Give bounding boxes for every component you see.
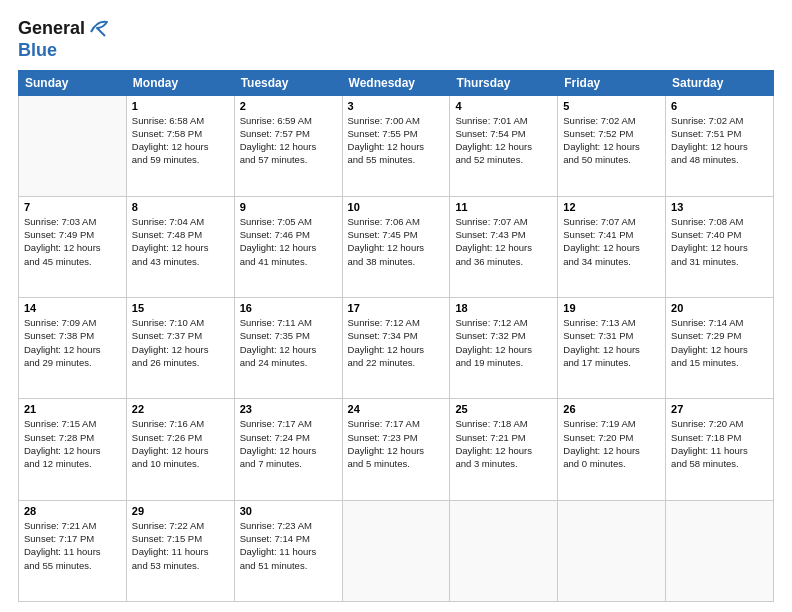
calendar-cell: 28Sunrise: 7:21 AMSunset: 7:17 PMDayligh… — [19, 500, 127, 601]
day-header-tuesday: Tuesday — [234, 70, 342, 95]
day-number: 12 — [563, 201, 660, 213]
logo-bird-icon — [87, 18, 109, 40]
day-number: 14 — [24, 302, 121, 314]
calendar-cell: 19Sunrise: 7:13 AMSunset: 7:31 PMDayligh… — [558, 298, 666, 399]
calendar-week-5: 28Sunrise: 7:21 AMSunset: 7:17 PMDayligh… — [19, 500, 774, 601]
day-number: 28 — [24, 505, 121, 517]
day-number: 30 — [240, 505, 337, 517]
day-info: Sunrise: 7:23 AMSunset: 7:14 PMDaylight:… — [240, 519, 337, 572]
day-info: Sunrise: 7:07 AMSunset: 7:43 PMDaylight:… — [455, 215, 552, 268]
calendar-cell: 13Sunrise: 7:08 AMSunset: 7:40 PMDayligh… — [666, 196, 774, 297]
calendar-body: 1Sunrise: 6:58 AMSunset: 7:58 PMDaylight… — [19, 95, 774, 601]
calendar-cell: 16Sunrise: 7:11 AMSunset: 7:35 PMDayligh… — [234, 298, 342, 399]
day-info: Sunrise: 7:11 AMSunset: 7:35 PMDaylight:… — [240, 316, 337, 369]
day-number: 19 — [563, 302, 660, 314]
day-info: Sunrise: 7:22 AMSunset: 7:15 PMDaylight:… — [132, 519, 229, 572]
day-number: 11 — [455, 201, 552, 213]
day-info: Sunrise: 6:58 AMSunset: 7:58 PMDaylight:… — [132, 114, 229, 167]
calendar-cell: 23Sunrise: 7:17 AMSunset: 7:24 PMDayligh… — [234, 399, 342, 500]
calendar-cell: 27Sunrise: 7:20 AMSunset: 7:18 PMDayligh… — [666, 399, 774, 500]
day-number: 1 — [132, 100, 229, 112]
day-info: Sunrise: 7:07 AMSunset: 7:41 PMDaylight:… — [563, 215, 660, 268]
calendar-cell: 1Sunrise: 6:58 AMSunset: 7:58 PMDaylight… — [126, 95, 234, 196]
day-info: Sunrise: 7:15 AMSunset: 7:28 PMDaylight:… — [24, 417, 121, 470]
calendar-header-row: SundayMondayTuesdayWednesdayThursdayFrid… — [19, 70, 774, 95]
calendar-week-2: 7Sunrise: 7:03 AMSunset: 7:49 PMDaylight… — [19, 196, 774, 297]
day-number: 22 — [132, 403, 229, 415]
day-info: Sunrise: 7:04 AMSunset: 7:48 PMDaylight:… — [132, 215, 229, 268]
day-number: 24 — [348, 403, 445, 415]
page-header: General Blue — [18, 18, 774, 62]
calendar-table: SundayMondayTuesdayWednesdayThursdayFrid… — [18, 70, 774, 602]
calendar-cell: 24Sunrise: 7:17 AMSunset: 7:23 PMDayligh… — [342, 399, 450, 500]
day-info: Sunrise: 7:10 AMSunset: 7:37 PMDaylight:… — [132, 316, 229, 369]
day-number: 15 — [132, 302, 229, 314]
calendar-cell: 3Sunrise: 7:00 AMSunset: 7:55 PMDaylight… — [342, 95, 450, 196]
day-header-saturday: Saturday — [666, 70, 774, 95]
calendar-week-4: 21Sunrise: 7:15 AMSunset: 7:28 PMDayligh… — [19, 399, 774, 500]
day-number: 6 — [671, 100, 768, 112]
day-number: 4 — [455, 100, 552, 112]
day-header-sunday: Sunday — [19, 70, 127, 95]
day-number: 27 — [671, 403, 768, 415]
calendar-cell: 30Sunrise: 7:23 AMSunset: 7:14 PMDayligh… — [234, 500, 342, 601]
day-info: Sunrise: 7:18 AMSunset: 7:21 PMDaylight:… — [455, 417, 552, 470]
day-number: 21 — [24, 403, 121, 415]
day-number: 25 — [455, 403, 552, 415]
calendar-cell: 20Sunrise: 7:14 AMSunset: 7:29 PMDayligh… — [666, 298, 774, 399]
day-info: Sunrise: 7:06 AMSunset: 7:45 PMDaylight:… — [348, 215, 445, 268]
calendar-week-1: 1Sunrise: 6:58 AMSunset: 7:58 PMDaylight… — [19, 95, 774, 196]
day-info: Sunrise: 7:03 AMSunset: 7:49 PMDaylight:… — [24, 215, 121, 268]
day-header-monday: Monday — [126, 70, 234, 95]
day-number: 29 — [132, 505, 229, 517]
day-info: Sunrise: 7:09 AMSunset: 7:38 PMDaylight:… — [24, 316, 121, 369]
day-info: Sunrise: 7:05 AMSunset: 7:46 PMDaylight:… — [240, 215, 337, 268]
calendar-cell: 14Sunrise: 7:09 AMSunset: 7:38 PMDayligh… — [19, 298, 127, 399]
day-info: Sunrise: 7:01 AMSunset: 7:54 PMDaylight:… — [455, 114, 552, 167]
calendar-cell: 4Sunrise: 7:01 AMSunset: 7:54 PMDaylight… — [450, 95, 558, 196]
day-number: 9 — [240, 201, 337, 213]
day-number: 20 — [671, 302, 768, 314]
day-number: 8 — [132, 201, 229, 213]
day-number: 23 — [240, 403, 337, 415]
day-number: 13 — [671, 201, 768, 213]
day-info: Sunrise: 6:59 AMSunset: 7:57 PMDaylight:… — [240, 114, 337, 167]
calendar-cell — [666, 500, 774, 601]
day-number: 18 — [455, 302, 552, 314]
logo: General Blue — [18, 18, 109, 62]
day-number: 5 — [563, 100, 660, 112]
day-header-friday: Friday — [558, 70, 666, 95]
calendar-cell: 22Sunrise: 7:16 AMSunset: 7:26 PMDayligh… — [126, 399, 234, 500]
day-info: Sunrise: 7:13 AMSunset: 7:31 PMDaylight:… — [563, 316, 660, 369]
day-info: Sunrise: 7:12 AMSunset: 7:32 PMDaylight:… — [455, 316, 552, 369]
calendar-cell — [450, 500, 558, 601]
day-number: 16 — [240, 302, 337, 314]
calendar-cell: 6Sunrise: 7:02 AMSunset: 7:51 PMDaylight… — [666, 95, 774, 196]
calendar-cell: 25Sunrise: 7:18 AMSunset: 7:21 PMDayligh… — [450, 399, 558, 500]
day-info: Sunrise: 7:21 AMSunset: 7:17 PMDaylight:… — [24, 519, 121, 572]
day-info: Sunrise: 7:17 AMSunset: 7:24 PMDaylight:… — [240, 417, 337, 470]
day-number: 7 — [24, 201, 121, 213]
calendar-cell — [558, 500, 666, 601]
day-number: 17 — [348, 302, 445, 314]
day-info: Sunrise: 7:02 AMSunset: 7:51 PMDaylight:… — [671, 114, 768, 167]
day-info: Sunrise: 7:02 AMSunset: 7:52 PMDaylight:… — [563, 114, 660, 167]
day-info: Sunrise: 7:14 AMSunset: 7:29 PMDaylight:… — [671, 316, 768, 369]
calendar-cell: 18Sunrise: 7:12 AMSunset: 7:32 PMDayligh… — [450, 298, 558, 399]
day-header-wednesday: Wednesday — [342, 70, 450, 95]
calendar-cell: 5Sunrise: 7:02 AMSunset: 7:52 PMDaylight… — [558, 95, 666, 196]
calendar-cell: 12Sunrise: 7:07 AMSunset: 7:41 PMDayligh… — [558, 196, 666, 297]
logo-text-blue: Blue — [18, 40, 57, 62]
calendar-cell: 2Sunrise: 6:59 AMSunset: 7:57 PMDaylight… — [234, 95, 342, 196]
day-info: Sunrise: 7:16 AMSunset: 7:26 PMDaylight:… — [132, 417, 229, 470]
calendar-cell: 10Sunrise: 7:06 AMSunset: 7:45 PMDayligh… — [342, 196, 450, 297]
day-info: Sunrise: 7:08 AMSunset: 7:40 PMDaylight:… — [671, 215, 768, 268]
day-number: 10 — [348, 201, 445, 213]
calendar-cell: 7Sunrise: 7:03 AMSunset: 7:49 PMDaylight… — [19, 196, 127, 297]
calendar-cell: 21Sunrise: 7:15 AMSunset: 7:28 PMDayligh… — [19, 399, 127, 500]
day-info: Sunrise: 7:20 AMSunset: 7:18 PMDaylight:… — [671, 417, 768, 470]
calendar-cell: 11Sunrise: 7:07 AMSunset: 7:43 PMDayligh… — [450, 196, 558, 297]
day-info: Sunrise: 7:19 AMSunset: 7:20 PMDaylight:… — [563, 417, 660, 470]
calendar-cell: 29Sunrise: 7:22 AMSunset: 7:15 PMDayligh… — [126, 500, 234, 601]
day-number: 26 — [563, 403, 660, 415]
